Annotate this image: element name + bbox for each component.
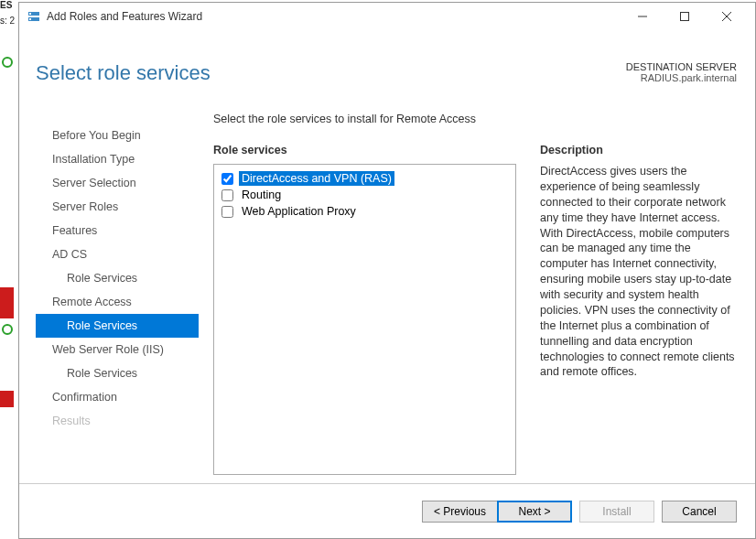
main-panel: Select the role services to install for … [199, 113, 737, 478]
close-button[interactable] [706, 3, 748, 30]
columns: Role services DirectAccess and VPN (RAS)… [213, 144, 737, 478]
svg-rect-3 [29, 18, 31, 20]
role-service-label: Web Application Proxy [239, 204, 359, 219]
install-button[interactable]: Install [579, 501, 654, 523]
role-services-header: Role services [213, 144, 516, 156]
minimize-button[interactable] [621, 3, 664, 30]
description-header: Description [540, 144, 737, 156]
content-area: Before You BeginInstallation TypeServer … [19, 96, 755, 478]
destination-server-name: RADIUS.park.internal [626, 72, 737, 83]
nav-button-pair: < Previous Next > [422, 501, 572, 523]
nav-item: Results [36, 409, 199, 433]
nav-item[interactable]: Before You Begin [36, 124, 199, 147]
wizard-nav: Before You BeginInstallation TypeServer … [36, 113, 199, 478]
page-title: Select role services [36, 61, 211, 85]
role-services-list[interactable]: DirectAccess and VPN (RAS)RoutingWeb App… [213, 164, 516, 475]
nav-item[interactable]: Role Services [36, 266, 199, 290]
wizard-window: Add Roles and Features Wizard Select rol… [18, 2, 756, 539]
nav-item[interactable]: Features [36, 219, 199, 243]
nav-item[interactable]: Web Server Role (IIS) [36, 338, 199, 361]
cancel-button[interactable]: Cancel [662, 501, 737, 523]
nav-item[interactable]: Confirmation [36, 385, 199, 409]
role-service-checkbox[interactable] [221, 206, 233, 218]
role-service-label: Routing [239, 188, 284, 202]
description-column: Description DirectAccess gives users the… [540, 144, 737, 478]
system-buttons [621, 3, 748, 30]
previous-button[interactable]: < Previous [422, 501, 497, 523]
server-manager-icon [27, 9, 41, 24]
role-service-item[interactable]: Routing [220, 187, 510, 203]
frag-text: s: 2 [0, 16, 15, 26]
frag-bar [0, 287, 14, 318]
frag-text: ES [0, 0, 12, 10]
instruction-text: Select the role services to install for … [213, 113, 737, 125]
destination-label: DESTINATION SERVER [626, 61, 737, 72]
next-button[interactable]: Next > [497, 501, 572, 523]
maximize-button[interactable] [664, 3, 706, 30]
nav-item[interactable]: AD CS [36, 243, 199, 266]
footer: < Previous Next > Install Cancel [19, 483, 755, 538]
role-service-checkbox[interactable] [221, 173, 233, 185]
role-service-item[interactable]: DirectAccess and VPN (RAS) [220, 170, 510, 187]
svg-rect-2 [29, 13, 31, 15]
description-text: DirectAccess gives users the experience … [540, 164, 737, 380]
nav-item[interactable]: Server Selection [36, 171, 199, 195]
frag-bar [0, 391, 14, 407]
nav-item[interactable]: Role Services [36, 361, 199, 385]
role-service-label: DirectAccess and VPN (RAS) [239, 171, 394, 186]
nav-item[interactable]: Remote Access [36, 290, 199, 314]
role-service-checkbox[interactable] [221, 189, 233, 201]
background-fragment: ES s: 2 [0, 0, 18, 539]
nav-item[interactable]: Installation Type [36, 147, 199, 171]
titlebar: Add Roles and Features Wizard [19, 3, 755, 30]
frag-ring [2, 324, 13, 335]
nav-item[interactable]: Server Roles [36, 195, 199, 219]
svg-rect-5 [681, 13, 689, 21]
role-services-column: Role services DirectAccess and VPN (RAS)… [213, 144, 516, 478]
window-title: Add Roles and Features Wizard [47, 10, 621, 23]
frag-ring [2, 57, 13, 68]
page-header: Select role services DESTINATION SERVER … [19, 30, 755, 96]
role-service-item[interactable]: Web Application Proxy [220, 203, 510, 220]
destination-block: DESTINATION SERVER RADIUS.park.internal [626, 61, 737, 83]
nav-item[interactable]: Role Services [36, 314, 199, 338]
